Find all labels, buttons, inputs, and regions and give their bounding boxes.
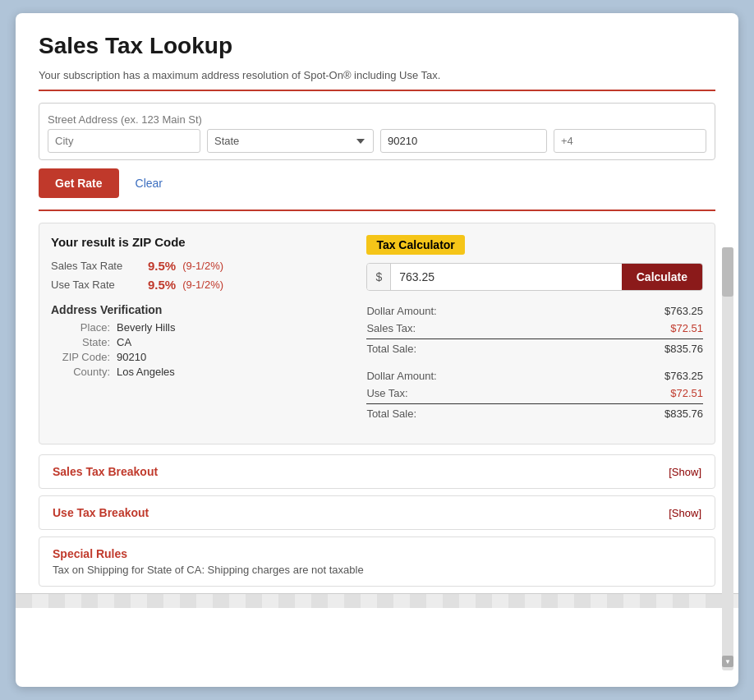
calc-total-label-1: Total Sale: — [366, 343, 416, 355]
calc-total-label-2: Total Sale: — [366, 408, 416, 420]
scroll-arrow-down[interactable]: ▼ — [722, 656, 733, 667]
calculator-input-row: $ Calculate — [366, 263, 703, 291]
tax-calculator-badge: Tax Calculator — [366, 235, 464, 255]
tax-rates: Sales Tax Rate 9.5% (9-1/2%) Use Tax Rat… — [51, 259, 356, 292]
clear-button[interactable]: Clear — [136, 177, 163, 190]
results-left: Your result is ZIP Code Sales Tax Rate 9… — [51, 235, 356, 432]
city-state-zip-row: State CA — [48, 129, 706, 153]
scrollbar-thumb[interactable] — [722, 247, 733, 297]
place-value: Beverly Hills — [117, 321, 176, 334]
zip-input[interactable] — [380, 129, 547, 153]
calc-sales-tax-label-1: Sales Tax: — [366, 322, 416, 334]
bottom-scrollbar[interactable] — [16, 593, 738, 608]
result-header: Your result is ZIP Code — [51, 235, 356, 249]
calculate-button[interactable]: Calculate — [622, 264, 702, 290]
section-divider — [39, 90, 715, 91]
state-value: CA — [117, 336, 131, 348]
calc-dollar-label-2: Dollar Amount: — [366, 370, 436, 382]
special-rules-text: Tax on Shipping for State of CA: Shippin… — [53, 564, 701, 576]
city-input[interactable] — [48, 129, 200, 153]
address-verify-title: Address Verification — [51, 303, 356, 316]
sales-tax-rate-value: 9.5% — [148, 259, 176, 273]
sales-tax-breakout-show[interactable]: [Show] — [669, 466, 701, 478]
action-row: Get Rate Clear — [39, 168, 715, 198]
state-label: State: — [51, 336, 117, 348]
subscription-note: Your subscription has a maximum address … — [39, 69, 715, 81]
calc-use-tax-value-2: $72.51 — [670, 387, 703, 399]
address-verification: Address Verification Place: Beverly Hill… — [51, 303, 356, 378]
sales-tax-breakout-title: Sales Tax Breakout — [53, 465, 158, 478]
calc-group-2: Dollar Amount: $763.25 Use Tax: $72.51 T… — [366, 367, 703, 422]
use-tax-rate-fraction: (9-1/2%) — [182, 279, 223, 291]
calc-results: Dollar Amount: $763.25 Sales Tax: $72.51… — [366, 302, 703, 422]
zip-value: 90210 — [117, 351, 146, 363]
amount-input[interactable] — [391, 264, 622, 290]
main-container: Sales Tax Lookup Your subscription has a… — [16, 13, 738, 687]
place-row: Place: Beverly Hills — [51, 321, 356, 334]
calc-dollar-value-1: $763.25 — [664, 305, 703, 317]
vertical-scrollbar[interactable] — [722, 247, 733, 670]
results-divider — [39, 210, 715, 211]
scroll-track — [16, 594, 738, 608]
get-rate-button[interactable]: Get Rate — [39, 168, 119, 198]
calc-sales-tax-1: Sales Tax: $72.51 — [366, 320, 703, 337]
results-right: Tax Calculator $ Calculate Dollar Amount… — [366, 235, 703, 432]
use-tax-rate-row: Use Tax Rate 9.5% (9-1/2%) — [51, 278, 356, 292]
special-rules-section: Special Rules Tax on Shipping for State … — [39, 537, 715, 587]
address-section: State CA — [39, 103, 715, 160]
special-rules-title: Special Rules — [53, 547, 701, 560]
use-tax-breakout-section: Use Tax Breakout [Show] — [39, 495, 715, 530]
calc-use-tax-label-2: Use Tax: — [366, 387, 407, 399]
dollar-sign: $ — [367, 264, 391, 290]
calc-group-1: Dollar Amount: $763.25 Sales Tax: $72.51… — [366, 302, 703, 357]
use-tax-rate-value: 9.5% — [148, 278, 176, 292]
use-tax-breakout-show[interactable]: [Show] — [669, 507, 701, 519]
calc-use-tax-2: Use Tax: $72.51 — [366, 385, 703, 402]
sales-tax-rate-label: Sales Tax Rate — [51, 260, 141, 272]
calc-dollar-label-1: Dollar Amount: — [366, 305, 436, 317]
results-section: Your result is ZIP Code Sales Tax Rate 9… — [39, 223, 715, 444]
county-row: County: Los Angeles — [51, 366, 356, 378]
zip-label: ZIP Code: — [51, 351, 117, 363]
county-label: County: — [51, 366, 117, 378]
use-tax-rate-label: Use Tax Rate — [51, 279, 141, 291]
sales-tax-breakout-section: Sales Tax Breakout [Show] — [39, 454, 715, 489]
place-label: Place: — [51, 321, 117, 334]
calc-dollar-amount-1: Dollar Amount: $763.25 — [366, 302, 703, 320]
street-address-input[interactable] — [48, 110, 706, 129]
calc-total-1: Total Sale: $835.76 — [366, 338, 703, 357]
calc-total-value-1: $835.76 — [664, 343, 703, 355]
use-tax-breakout-title: Use Tax Breakout — [53, 506, 149, 519]
calc-sales-tax-value-1: $72.51 — [670, 322, 703, 334]
calc-dollar-amount-2: Dollar Amount: $763.25 — [366, 367, 703, 385]
state-row: State: CA — [51, 336, 356, 348]
zip-row: ZIP Code: 90210 — [51, 351, 356, 363]
calc-total-2: Total Sale: $835.76 — [366, 403, 703, 422]
sales-tax-rate-fraction: (9-1/2%) — [182, 260, 223, 272]
county-value: Los Angeles — [117, 366, 175, 378]
calc-dollar-value-2: $763.25 — [664, 370, 703, 382]
calc-total-value-2: $835.76 — [664, 408, 703, 420]
plus4-input[interactable] — [554, 129, 706, 153]
state-select[interactable]: State CA — [207, 129, 374, 153]
sales-tax-rate-row: Sales Tax Rate 9.5% (9-1/2%) — [51, 259, 356, 273]
page-title: Sales Tax Lookup — [39, 33, 715, 59]
